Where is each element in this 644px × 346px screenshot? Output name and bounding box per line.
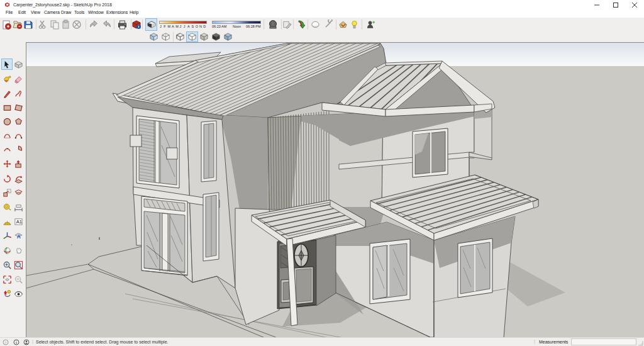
svg-text:A: A bbox=[17, 233, 21, 240]
svg-text:A1: A1 bbox=[16, 219, 22, 225]
svg-text:?: ? bbox=[4, 340, 6, 345]
